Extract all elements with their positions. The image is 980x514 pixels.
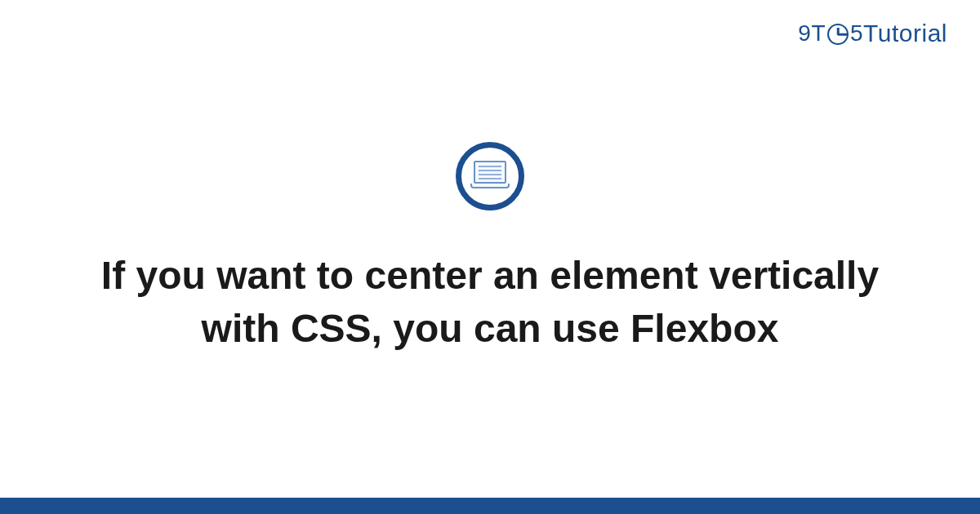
- main-content: If you want to center an element vertica…: [0, 0, 980, 498]
- laptop-base: [470, 184, 510, 188]
- topic-icon-circle: [456, 142, 524, 210]
- footer-accent-bar: [0, 498, 980, 514]
- article-title: If you want to center an element vertica…: [98, 250, 882, 356]
- laptop-icon: [470, 161, 510, 192]
- laptop-screen: [474, 161, 506, 184]
